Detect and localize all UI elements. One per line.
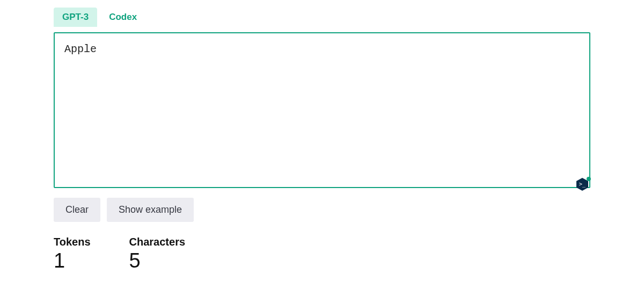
tokens-label: Tokens bbox=[54, 236, 91, 248]
input-container: >_ bbox=[54, 32, 590, 190]
tokens-value: 1 bbox=[54, 250, 91, 271]
model-tabs: GPT-3 Codex bbox=[54, 8, 590, 27]
svg-point-2 bbox=[587, 177, 591, 181]
assistant-icon[interactable]: >_ bbox=[573, 175, 591, 193]
characters-label: Characters bbox=[129, 236, 186, 248]
action-buttons: Clear Show example bbox=[54, 198, 590, 222]
tokens-stat: Tokens 1 bbox=[54, 236, 91, 271]
show-example-button[interactable]: Show example bbox=[107, 198, 194, 222]
svg-text:>_: >_ bbox=[579, 181, 586, 188]
tokenizer-input[interactable] bbox=[54, 32, 590, 188]
tab-codex[interactable]: Codex bbox=[100, 8, 145, 27]
stats-row: Tokens 1 Characters 5 bbox=[54, 236, 590, 271]
tab-gpt3[interactable]: GPT-3 bbox=[54, 8, 97, 27]
characters-stat: Characters 5 bbox=[129, 236, 186, 271]
characters-value: 5 bbox=[129, 250, 186, 271]
clear-button[interactable]: Clear bbox=[54, 198, 100, 222]
